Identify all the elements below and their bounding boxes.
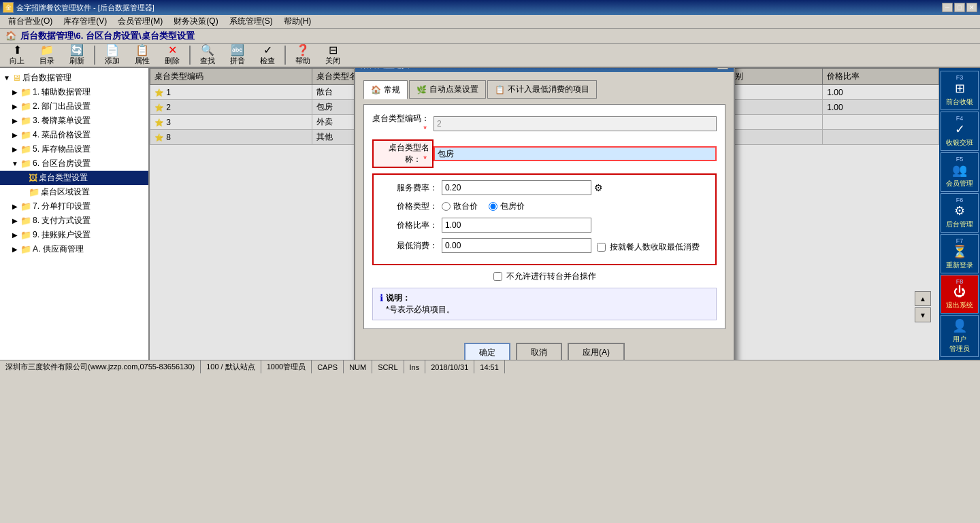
right-btn-f4[interactable]: F4 ✓ 收银交班: [941, 112, 979, 151]
right-btn-f8[interactable]: F8 ⏻ 退出系统: [941, 275, 979, 314]
radio-scatter-input[interactable]: [442, 202, 451, 211]
toolbar-attr-button[interactable]: 📋 属性: [128, 43, 157, 68]
expand-icon: ▶: [11, 103, 19, 110]
radio-private-input[interactable]: [489, 202, 497, 211]
dialog-close-button[interactable]: ✕: [717, 68, 728, 69]
toolbar-delete-button[interactable]: ✕ 删除: [158, 43, 186, 68]
right-btn-user[interactable]: 👤 用户管理员: [941, 315, 979, 357]
toolbar-sep1: [94, 46, 95, 65]
scroll-up-button[interactable]: ▲: [915, 291, 931, 306]
sidebar-item-print[interactable]: ▶ 📁 7. 分单打印设置: [0, 199, 148, 214]
sidebar-label-pay: 8. 支付方式设置: [33, 215, 91, 226]
status-num: NUM: [344, 360, 372, 373]
min-consume-input[interactable]: [442, 238, 591, 253]
price-ratio-input[interactable]: [442, 218, 591, 233]
scroll-down-button[interactable]: ▼: [915, 307, 931, 322]
toolbar-check-label: 检查: [260, 56, 275, 66]
maximize-button[interactable]: □: [954, 3, 965, 12]
sidebar-item-tabletype[interactable]: 🖼 桌台类型设置: [0, 171, 148, 185]
menu-inventory[interactable]: 库存管理(V): [58, 14, 112, 29]
sidebar-item-area2[interactable]: 📁 桌台区域设置: [0, 185, 148, 199]
no-transfer-row: 不允许进行转台并台操作: [372, 271, 717, 282]
expand-icon: ▶: [11, 117, 19, 124]
folder-icon: 📁: [20, 130, 31, 140]
toolbar-add-button[interactable]: 📄 添加: [98, 43, 127, 68]
tab-normal[interactable]: 🏠 常规: [363, 80, 408, 99]
tab-exclude-label: 不计入最低消费的项目: [508, 84, 589, 95]
sidebar-item-supplier[interactable]: ▶ 📁 A. 供应商管理: [0, 242, 148, 256]
service-rate-input[interactable]: [442, 180, 591, 195]
f8-label: 退出系统: [946, 301, 973, 310]
app-icon: 金: [3, 2, 14, 13]
name-input[interactable]: [434, 146, 717, 161]
toolbar-refresh-button[interactable]: 🔄 刷新: [63, 43, 91, 68]
sidebar-item-store[interactable]: ▶ 📁 5. 库存物品设置: [0, 142, 148, 156]
menu-help[interactable]: 帮助(H): [278, 14, 317, 29]
red-section: 服务费率： ⚙ 价格类型： 散台价: [372, 173, 717, 265]
tab-normal-label: 常规: [384, 84, 400, 96]
right-btn-f7[interactable]: F7 ⏳ 重新登录: [941, 234, 979, 273]
expand-icon: ▶: [11, 203, 19, 210]
code-input[interactable]: [434, 116, 717, 131]
service-rate-row: 服务费率： ⚙: [380, 180, 708, 195]
f3-key: F3: [956, 74, 964, 81]
sidebar-item-credit[interactable]: ▶ 📁 9. 挂账账户设置: [0, 228, 148, 242]
toolbar-check-button[interactable]: ✓ 检查: [253, 43, 282, 68]
info-title: 说明：: [386, 293, 410, 303]
toolbar-search-button[interactable]: 🔍 查找: [193, 43, 222, 68]
toolbar-pinyin-button[interactable]: 🔤 拼音: [223, 43, 252, 68]
per-person-checkbox[interactable]: [597, 243, 606, 252]
radio-scatter[interactable]: 散台价: [442, 201, 478, 212]
sidebar-label-price: 4. 菜品价格设置: [33, 129, 91, 141]
info-content: *号表示必填项目。: [386, 304, 455, 316]
f6-icon: ⚙: [954, 203, 965, 218]
status-date: 2018/10/31: [425, 360, 474, 373]
code-required: *: [423, 124, 427, 134]
check-icon: ✓: [263, 45, 272, 56]
f8-key: F8: [956, 278, 964, 285]
cancel-button[interactable]: 取消: [516, 343, 562, 360]
sidebar-label-backend: 后台数据管理: [22, 72, 71, 84]
status-scrl: SCRL: [372, 360, 404, 373]
sidebar-item-area[interactable]: ▼ 📁 6. 台区台房设置: [0, 156, 148, 171]
no-transfer-checkbox[interactable]: [493, 272, 502, 281]
right-btn-f5[interactable]: F5 👥 会员管理: [941, 152, 979, 192]
folder-icon: 🖥: [12, 73, 21, 83]
sidebar-item-dept[interactable]: ▶ 📁 2. 部门出品设置: [0, 99, 148, 114]
menu-front[interactable]: 前台营业(O): [3, 14, 58, 29]
tab-exclude[interactable]: 📋 不计入最低消费的项目: [487, 80, 597, 99]
minimize-button[interactable]: ─: [942, 3, 953, 12]
sidebar-label-store: 5. 库存物品设置: [33, 144, 91, 155]
toolbar-delete-label: 删除: [165, 56, 180, 66]
apply-button[interactable]: 应用(A): [568, 343, 625, 360]
menu-member[interactable]: 会员管理(M): [112, 14, 168, 29]
right-btn-f6[interactable]: F6 ⚙ 后台管理: [941, 193, 979, 233]
sidebar-item-price[interactable]: ▶ 📁 4. 菜品价格设置: [0, 128, 148, 142]
sidebar-item-aux[interactable]: ▶ 📁 1. 辅助数据管理: [0, 85, 148, 99]
status-bar: 深圳市三度软件有限公司(www.jzzp.com,0755-83656130) …: [0, 360, 980, 373]
sidebar-item-menu[interactable]: ▶ 📁 3. 餐牌菜单设置: [0, 114, 148, 128]
folder-icon: 📁: [20, 244, 31, 254]
price-type-row: 价格类型： 散台价 包房价: [380, 201, 708, 212]
toolbar-up-button[interactable]: ⬆ 向上: [3, 43, 31, 68]
radio-private[interactable]: 包房价: [489, 201, 525, 212]
name-row: 桌台类型名称： *: [372, 139, 717, 168]
price-ratio-row: 价格比率：: [380, 218, 708, 233]
tab-auto[interactable]: 🌿 自动点菜设置: [409, 80, 486, 99]
sidebar-item-pay[interactable]: ▶ 📁 8. 支付方式设置: [0, 214, 148, 228]
sidebar-label-supplier: A. 供应商管理: [33, 243, 84, 255]
status-time: 14:51: [474, 360, 505, 373]
toolbar-close-button[interactable]: ⊟ 关闭: [318, 43, 347, 68]
menu-finance[interactable]: 财务决策(Q): [168, 14, 223, 29]
add-icon: 📄: [105, 45, 119, 56]
sidebar-item-backend[interactable]: ▼ 🖥 后台数据管理: [0, 71, 148, 85]
confirm-button[interactable]: 确定: [464, 343, 510, 360]
close-button[interactable]: ✕: [966, 3, 977, 12]
menu-system[interactable]: 系统管理(S): [224, 14, 278, 29]
per-person-label: 按就餐人数收取最低消费: [610, 241, 700, 253]
menu-bar: 前台营业(O) 库存管理(V) 会员管理(M) 财务决策(Q) 系统管理(S) …: [0, 15, 980, 29]
toolbar-dir-button[interactable]: 📁 目录: [33, 43, 61, 68]
attr-icon: 📋: [135, 45, 149, 56]
right-btn-f3[interactable]: F3 ⊞ 前台收银: [941, 71, 979, 110]
toolbar-help-button[interactable]: ❓ 帮助: [289, 43, 317, 68]
